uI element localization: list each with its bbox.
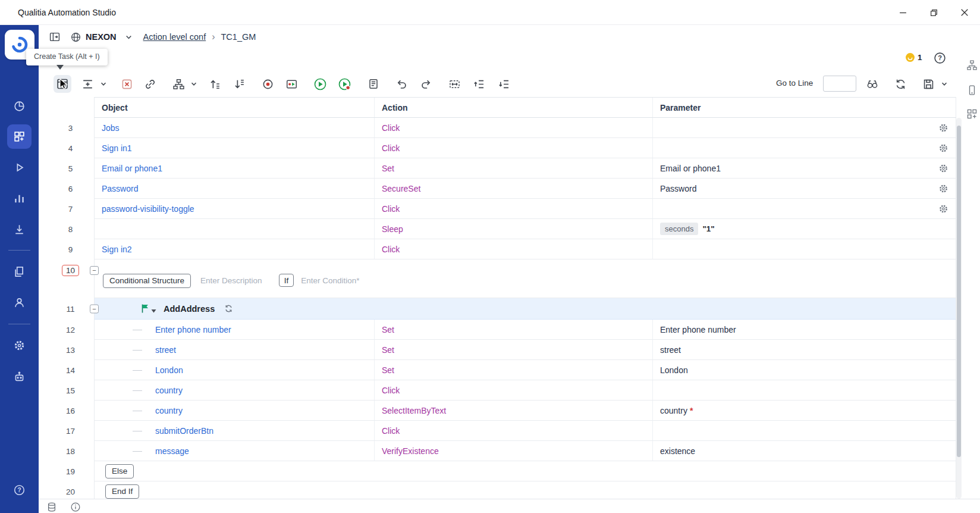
- action-cell[interactable]: Click: [375, 421, 653, 440]
- action-cell[interactable]: Click: [375, 239, 653, 259]
- close-button[interactable]: [949, 0, 980, 25]
- row-number[interactable]: 16: [66, 406, 75, 415]
- reports-icon[interactable]: [7, 186, 32, 211]
- row-content[interactable]: Conditional StructureEnter DescriptionIf…: [94, 259, 956, 298]
- delete-step-icon[interactable]: [118, 75, 136, 93]
- table-row[interactable]: 8Sleepseconds"1": [47, 219, 956, 239]
- record-export-icon[interactable]: [282, 75, 300, 93]
- action-cell[interactable]: Set: [375, 320, 653, 339]
- parameter-cell[interactable]: [653, 380, 956, 400]
- grid-add-icon[interactable]: [966, 108, 978, 120]
- project-dropdown-icon[interactable]: [125, 33, 133, 41]
- dashboard-icon[interactable]: [7, 94, 32, 118]
- row-number[interactable]: 9: [68, 245, 73, 254]
- row-number[interactable]: 4: [68, 144, 73, 153]
- row-number[interactable]: 15: [66, 386, 75, 395]
- table-row[interactable]: 12Enter phone numberSetEnter phone numbe…: [47, 320, 956, 340]
- row-content[interactable]: Else: [94, 461, 956, 481]
- run-icon[interactable]: [311, 75, 329, 93]
- row-content[interactable]: messageVerifyExistenceexistence: [94, 441, 956, 461]
- table-row[interactable]: 9Sign in2Click: [47, 239, 956, 259]
- row-number[interactable]: 3: [68, 124, 73, 133]
- row-content[interactable]: Sleepseconds"1": [94, 219, 956, 239]
- row-content[interactable]: password-visibility-toggleClick: [94, 199, 956, 219]
- autofit-columns-icon[interactable]: [445, 75, 463, 93]
- row-content[interactable]: countryClick: [94, 380, 956, 401]
- collapse-all-icon[interactable]: [470, 75, 488, 93]
- action-cell[interactable]: Click: [375, 380, 653, 400]
- action-cell[interactable]: VerifyExistence: [375, 441, 653, 461]
- table-row[interactable]: 17submitOrderBtnClick: [47, 421, 956, 441]
- object-cell[interactable]: London: [95, 360, 375, 380]
- action-cell[interactable]: Set: [375, 340, 653, 359]
- tasks-icon[interactable]: [7, 124, 32, 149]
- create-task-icon[interactable]: [54, 75, 71, 93]
- step-settings-icon[interactable]: [938, 163, 948, 173]
- action-cell[interactable]: SelectItemByText: [375, 401, 653, 420]
- parameter-cell[interactable]: existence: [653, 441, 956, 461]
- table-row[interactable]: 5Email or phone1SetEmail or phone1: [47, 158, 956, 179]
- row-content[interactable]: countrySelectItemByTextcountry*: [94, 401, 956, 421]
- parameter-cell[interactable]: London: [653, 360, 956, 380]
- row-number[interactable]: 13: [66, 346, 75, 355]
- row-content[interactable]: AddAddress: [94, 298, 956, 320]
- project-name[interactable]: NEXON: [86, 32, 117, 42]
- table-row[interactable]: 13streetSetstreet: [47, 340, 956, 360]
- object-cell[interactable]: message: [95, 441, 375, 461]
- action-cell[interactable]: Set: [375, 360, 653, 380]
- object-cell[interactable]: street: [95, 340, 375, 359]
- parameter-cell[interactable]: Enter phone number: [653, 320, 956, 339]
- task-dropdown-icon[interactable]: [151, 309, 156, 313]
- breadcrumb-link-action-level-conf[interactable]: Action level conf: [143, 32, 206, 42]
- step-settings-icon[interactable]: [938, 143, 948, 153]
- insert-step-icon[interactable]: [78, 75, 96, 93]
- parameter-cell[interactable]: [653, 138, 956, 158]
- minimize-button[interactable]: [887, 0, 918, 25]
- users-icon[interactable]: [7, 290, 32, 315]
- condition-placeholder[interactable]: Enter Condition*: [301, 276, 359, 285]
- table-row[interactable]: 7password-visibility-toggleClick: [47, 199, 956, 219]
- row-number[interactable]: 17: [66, 427, 75, 436]
- object-cell[interactable]: Sign in1: [95, 138, 375, 158]
- notification-badge[interactable]: 1: [905, 52, 922, 62]
- if-chip[interactable]: If: [279, 274, 294, 287]
- table-row[interactable]: 6PasswordSecureSetPassword: [47, 179, 956, 199]
- table-row[interactable]: 19Else: [47, 461, 956, 481]
- row-content[interactable]: JobsClick: [94, 118, 956, 138]
- parameter-cell[interactable]: Email or phone1: [653, 158, 956, 178]
- group-steps-dropdown-icon[interactable]: [189, 75, 199, 93]
- panel-toggle-icon[interactable]: [49, 31, 61, 43]
- parameter-cell[interactable]: [653, 421, 956, 440]
- selected-row-number[interactable]: 10: [62, 265, 79, 276]
- row-number[interactable]: 5: [68, 164, 73, 173]
- move-step-down-icon[interactable]: [230, 75, 248, 93]
- conditional-structure-chip[interactable]: Conditional Structure: [103, 274, 191, 288]
- redo-icon[interactable]: [417, 75, 435, 93]
- row-number[interactable]: 19: [66, 467, 75, 476]
- row-number[interactable]: 18: [66, 447, 75, 456]
- row-number[interactable]: 11: [66, 305, 74, 314]
- table-row[interactable]: 3JobsClick: [47, 118, 956, 138]
- save-dropdown-icon[interactable]: [940, 75, 949, 93]
- link-steps-icon[interactable]: [141, 75, 159, 93]
- parameter-cell[interactable]: seconds"1": [653, 219, 956, 239]
- save-icon[interactable]: [919, 75, 937, 93]
- object-cell[interactable]: country: [95, 380, 375, 400]
- undo-icon[interactable]: [392, 75, 410, 93]
- action-cell[interactable]: Click: [375, 138, 653, 158]
- action-cell[interactable]: Sleep: [375, 219, 653, 239]
- step-settings-icon[interactable]: [938, 183, 948, 193]
- task-name[interactable]: AddAddress: [164, 304, 215, 314]
- object-cell[interactable]: [95, 219, 375, 239]
- description-placeholder[interactable]: Enter Description: [200, 276, 262, 285]
- settings-icon[interactable]: [7, 333, 32, 358]
- row-number[interactable]: 7: [68, 205, 73, 214]
- record-icon[interactable]: [259, 75, 277, 93]
- row-content[interactable]: Email or phone1SetEmail or phone1: [94, 158, 956, 179]
- parameter-cell[interactable]: [653, 239, 956, 259]
- action-cell[interactable]: Set: [375, 158, 653, 178]
- task-refresh-icon[interactable]: [224, 304, 233, 313]
- info-icon[interactable]: [70, 501, 81, 513]
- test-structure-icon[interactable]: [966, 59, 978, 71]
- row-content[interactable]: LondonSetLondon: [94, 360, 956, 380]
